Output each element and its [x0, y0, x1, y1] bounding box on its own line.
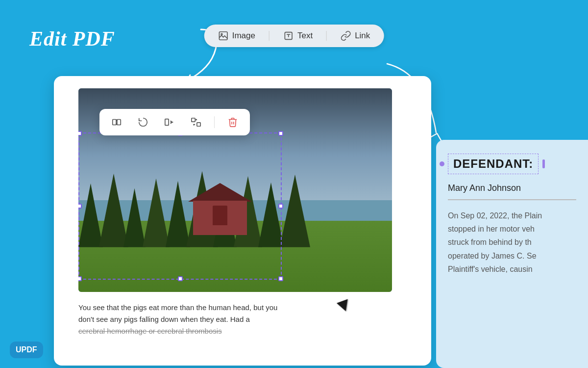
body-text-line1: You see that the pigs eat more than the … — [78, 303, 277, 312]
defendant-label: DEFENDANT: — [453, 157, 533, 171]
tree-5 — [166, 181, 190, 247]
image-toolbar — [99, 109, 250, 135]
defendant-name: Mary Ann Johnson — [448, 183, 576, 200]
tree-9 — [258, 183, 284, 247]
tree-4 — [143, 179, 170, 247]
text-icon — [283, 30, 294, 41]
svg-rect-7 — [197, 123, 200, 126]
svg-rect-5 — [165, 119, 169, 126]
updf-logo: UPDF — [10, 342, 43, 358]
image-label: Image — [232, 31, 255, 41]
flip-button[interactable] — [161, 114, 178, 131]
svg-point-1 — [221, 33, 222, 35]
body-text-line3: cerebral hemorrhage or cerebral thrombos… — [78, 327, 222, 335]
doc-image[interactable] — [78, 88, 392, 292]
tree-10 — [280, 175, 310, 247]
body-text-line2: don't see any pigs falling down when the… — [78, 315, 250, 323]
svg-rect-6 — [192, 118, 195, 122]
barn-roof — [188, 183, 252, 202]
doc-panel: You see that the pigs eat more than the … — [54, 76, 431, 366]
page-title: Edit PDF — [29, 27, 115, 51]
svg-rect-0 — [219, 32, 227, 40]
image-tool[interactable]: Image — [218, 30, 255, 41]
text-tool[interactable]: Text — [283, 30, 313, 41]
toolbar-sep — [214, 116, 215, 128]
tree-1 — [78, 184, 103, 247]
right-handle — [542, 159, 545, 168]
logo-text: UPDF — [16, 345, 37, 354]
text-label: Text — [297, 31, 313, 41]
toolbar-separator-2 — [326, 31, 327, 41]
swap-button[interactable] — [188, 114, 204, 131]
barn-body — [193, 201, 247, 235]
right-panel: DEFENDANT: Mary Ann Johnson On Sep 02, 2… — [436, 140, 588, 368]
tree-3 — [123, 188, 146, 247]
link-tool[interactable]: Link — [341, 30, 370, 41]
tree-2 — [99, 174, 128, 247]
right-panel-body: On Sep 02, 2022, the Plain stopped in he… — [448, 209, 576, 276]
image-icon — [218, 30, 229, 41]
toolbar-pill: Image Text Link — [204, 25, 384, 47]
link-label: Link — [355, 31, 370, 41]
svg-rect-4 — [117, 120, 121, 125]
left-handle — [440, 161, 444, 166]
replace-image-button[interactable] — [108, 114, 125, 131]
toolbar-separator — [269, 31, 270, 41]
delete-button[interactable] — [224, 114, 241, 131]
rotate-button[interactable] — [135, 114, 151, 131]
link-icon — [341, 30, 351, 41]
svg-rect-3 — [113, 120, 116, 125]
barn-door — [213, 206, 227, 225]
barn — [188, 186, 252, 235]
